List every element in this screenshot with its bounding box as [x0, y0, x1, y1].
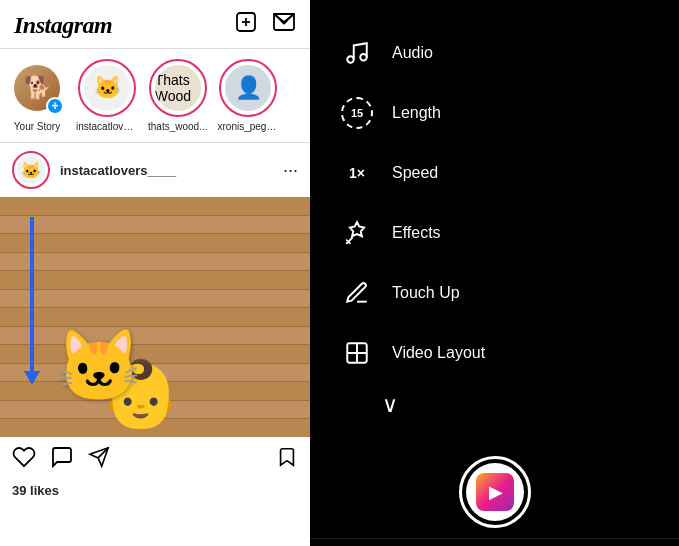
new-post-icon[interactable] [234, 10, 258, 40]
videolayout-label: Video Layout [392, 344, 485, 362]
menu-item-length[interactable]: 15 Length [340, 84, 679, 142]
effects-icon [340, 216, 374, 250]
speed-value: 1× [349, 165, 365, 181]
menu-item-videolayout[interactable]: Video Layout [340, 324, 679, 382]
audio-icon [340, 36, 374, 70]
speed-label: Speed [392, 164, 438, 182]
save-button[interactable] [276, 446, 298, 474]
svg-line-3 [284, 14, 293, 24]
instagram-logo: Instagram [14, 12, 112, 39]
story-avatar-thats-wood: Thats Wood [153, 63, 203, 113]
story-username-instacatlovers: instacatlovers... [76, 121, 138, 132]
arrow-overlay [30, 217, 34, 377]
reels-icon [476, 473, 514, 511]
header-icons [234, 10, 296, 40]
videolayout-icon [340, 336, 374, 370]
length-label: Length [392, 104, 441, 122]
dm-icon[interactable] [272, 10, 296, 40]
chevron-row: ∨ [340, 384, 679, 426]
speed-icon: 1× [340, 156, 374, 190]
post-likes: 39 likes [0, 483, 310, 504]
svg-point-8 [360, 54, 367, 61]
stories-row: 🐕 + Your Story 🐱 instacatlovers... Thats… [0, 49, 310, 143]
camera-bottom-bar: 🐕 + STORY REELS LIVE [310, 538, 679, 546]
audio-label: Audio [392, 44, 433, 62]
story-item-your-story[interactable]: 🐕 + Your Story [8, 59, 66, 132]
record-button[interactable] [459, 456, 531, 528]
post-avatar-ring: 🐱 [12, 151, 50, 189]
story-username-thats-wood: thats_wood... [148, 121, 207, 132]
story-username-your-story: Your Story [14, 121, 60, 132]
menu-item-effects[interactable]: Effects [340, 204, 679, 262]
post-more-button[interactable]: ··· [283, 160, 298, 181]
chevron-down-icon[interactable]: ∨ [382, 392, 398, 418]
comment-button[interactable] [50, 445, 74, 475]
story-username-xronis: xronis_pegk_... [217, 121, 279, 132]
like-button[interactable] [12, 445, 36, 475]
record-area [310, 436, 679, 538]
camera-panel: Audio 15 Length 1× Speed [310, 0, 679, 546]
touchup-icon [340, 276, 374, 310]
touchup-label: Touch Up [392, 284, 460, 302]
svg-line-4 [275, 14, 284, 24]
post-image: 🐱 👶 [0, 197, 310, 437]
story-item-thats-wood[interactable]: Thats Wood thats_wood... [148, 59, 207, 132]
post-header: 🐱 instacatlovers____ ··· [0, 143, 310, 197]
ig-header: Instagram [0, 0, 310, 49]
camera-menu: Audio 15 Length 1× Speed [310, 0, 679, 436]
story-avatar-xronis: 👤 [223, 63, 273, 113]
effects-label: Effects [392, 224, 441, 242]
menu-item-speed[interactable]: 1× Speed [340, 144, 679, 202]
menu-item-audio[interactable]: Audio [340, 24, 679, 82]
cat-figure: 🐱 [55, 325, 142, 407]
menu-item-touchup[interactable]: Touch Up [340, 264, 679, 322]
story-item-instacatlovers[interactable]: 🐱 instacatlovers... [76, 59, 138, 132]
instagram-feed-panel: Instagram [0, 0, 310, 546]
share-button[interactable] [88, 446, 110, 474]
length-icon: 15 [340, 96, 374, 130]
post-avatar: 🐱 [16, 155, 46, 185]
post-actions [0, 437, 310, 483]
story-avatar-instacatlovers: 🐱 [82, 63, 132, 113]
svg-point-7 [347, 56, 354, 63]
length-value-circle: 15 [341, 97, 373, 129]
story-item-xronis[interactable]: 👤 xronis_pegk_... [217, 59, 279, 132]
add-story-badge: + [46, 97, 64, 115]
record-inner [466, 463, 524, 521]
post-username: instacatlovers____ [60, 163, 273, 178]
